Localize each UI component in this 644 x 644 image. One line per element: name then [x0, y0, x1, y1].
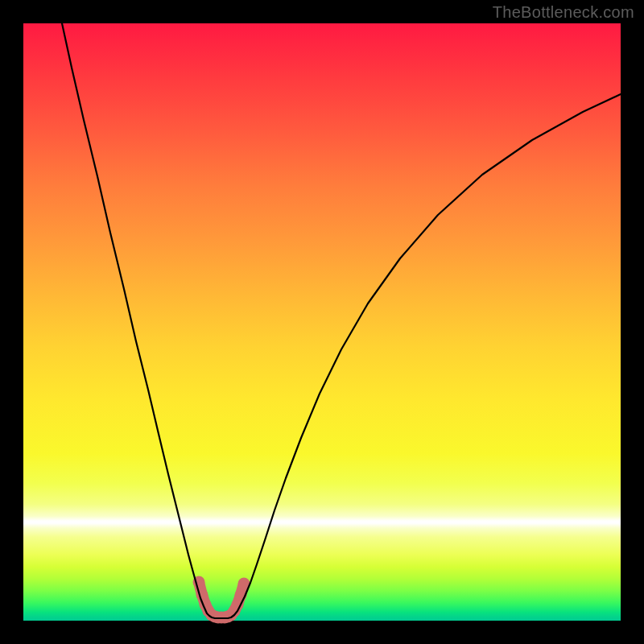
bottleneck-curve [62, 23, 621, 618]
chart-svg [23, 23, 621, 621]
watermark-text: TheBottleneck.com [493, 3, 634, 22]
